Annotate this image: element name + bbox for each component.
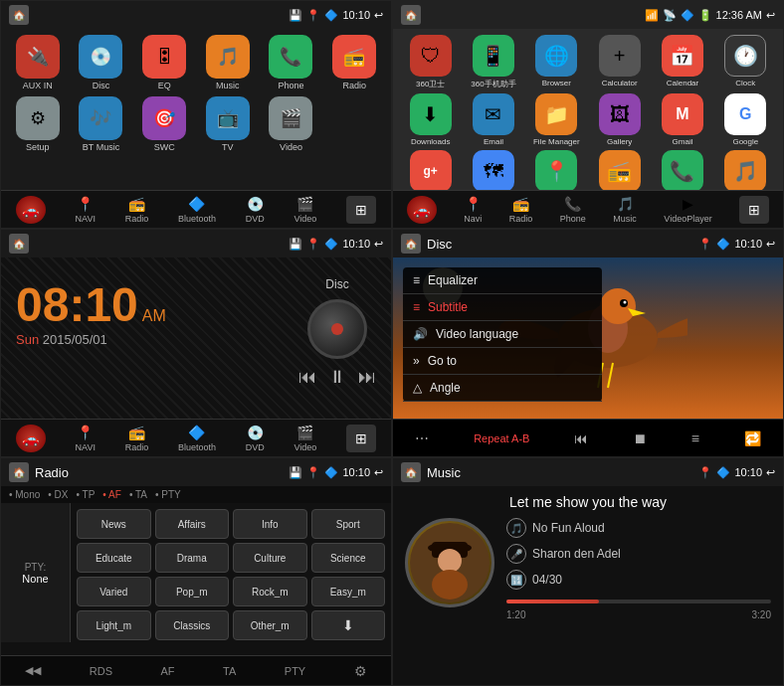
nav-bluetooth[interactable]: 🔷 Bluetooth <box>178 196 216 224</box>
app-bt-music[interactable]: 🎶 BT Music <box>73 96 130 152</box>
aux-in-icon: 🔌 <box>16 35 60 79</box>
bluetooth-icon: 🔷 <box>324 9 338 22</box>
p3-nav-video[interactable]: 🎬 Video <box>294 425 316 452</box>
ta-btn[interactable]: TA <box>223 665 236 677</box>
menu-equalizer[interactable]: ≡ Equalizer <box>403 267 602 294</box>
app-email[interactable]: ✉ Email <box>464 93 522 146</box>
app-music[interactable]: 🎵 Music <box>199 35 257 90</box>
back-icon2[interactable]: ↩ <box>766 9 775 22</box>
radio-btn-info[interactable]: Info <box>233 509 307 539</box>
android-nav-video[interactable]: ▶ VideoPlayer <box>664 196 711 224</box>
disc-repeat[interactable]: 🔁 <box>744 430 761 446</box>
home-icon6[interactable]: 🏠 <box>401 462 421 482</box>
home-icon[interactable]: 🏠 <box>9 5 29 25</box>
home-icon2[interactable]: 🏠 <box>401 5 421 25</box>
car-nav-icon2[interactable]: 🚗 <box>407 196 437 224</box>
app-browser[interactable]: 🌐 Browser <box>527 35 586 89</box>
app-setup[interactable]: ⚙ Setup <box>9 96 67 152</box>
back-icon[interactable]: ↩ <box>374 9 383 22</box>
app-clock[interactable]: 🕐 Clock <box>716 35 775 89</box>
grid-button2[interactable]: ⊞ <box>739 196 769 224</box>
p3-nav-bt[interactable]: 🔷 Bluetooth <box>178 425 216 452</box>
app-gallery[interactable]: 🖼 Gallery <box>590 93 649 146</box>
home-icon3[interactable]: 🏠 <box>9 234 29 254</box>
grid-btn3[interactable]: ⊞ <box>346 425 376 452</box>
p3-nav-navi[interactable]: 📍 NAVI <box>76 425 96 452</box>
nav-radio[interactable]: 📻 Radio <box>125 196 149 224</box>
app-google[interactable]: G Google <box>716 93 775 146</box>
app-filemanager[interactable]: 📁 File Manager <box>527 93 586 146</box>
app-tv[interactable]: 📺 TV <box>199 96 257 152</box>
clock-ampm: AM <box>142 307 166 325</box>
svg-point-11 <box>432 570 468 600</box>
menu-goto[interactable]: » Go to <box>403 348 602 375</box>
setup-label: Setup <box>26 142 50 152</box>
grid-button[interactable]: ⊞ <box>346 196 376 224</box>
menu-subtitle[interactable]: ≡ Subtitle <box>403 294 602 321</box>
car-nav-icon[interactable]: 🚗 <box>16 196 46 224</box>
radio-btn-classics[interactable]: Classics <box>155 610 230 640</box>
app-calendar[interactable]: 📅 Calendar <box>653 35 711 89</box>
disc-list[interactable]: ≡ <box>691 430 699 446</box>
app-calculator[interactable]: + Calculator <box>590 35 649 89</box>
android-nav-music[interactable]: 🎵 Music <box>613 196 637 224</box>
radio-btn-educate[interactable]: Educate <box>77 543 151 573</box>
next-button[interactable]: ⏭ <box>358 367 376 388</box>
app-disc[interactable]: 💿 Disc <box>73 35 130 90</box>
repeat-ab-label[interactable]: Repeat A-B <box>474 432 529 444</box>
radio-btn-down[interactable]: ⬇ <box>311 610 386 640</box>
radio-btn-rockm[interactable]: Rock_m <box>233 577 307 606</box>
home-icon4[interactable]: 🏠 <box>401 234 421 254</box>
radio-btn-news[interactable]: News <box>77 509 151 539</box>
radio-btn-varied[interactable]: Varied <box>77 577 151 606</box>
progress-bar <box>506 600 771 603</box>
prev-button[interactable]: ⏮ <box>298 367 316 388</box>
back4[interactable]: ↩ <box>766 238 775 251</box>
menu-video-lang[interactable]: 🔊 Video language <box>403 321 602 348</box>
radio-btn-otherm[interactable]: Other_m <box>233 610 307 640</box>
time6: 10:10 <box>734 466 762 478</box>
app-video[interactable]: 🎬 Video <box>263 96 320 152</box>
back6[interactable]: ↩ <box>766 466 775 479</box>
app-gmail[interactable]: M Gmail <box>653 93 711 146</box>
nav-dvd[interactable]: 💿 DVD <box>246 196 265 224</box>
back5[interactable]: ↩ <box>374 466 383 479</box>
app-aux-in[interactable]: 🔌 AUX IN <box>9 35 67 90</box>
menu-angle[interactable]: △ Angle <box>403 375 602 402</box>
app-radio[interactable]: 📻 Radio <box>325 35 383 90</box>
radio-btn-drama[interactable]: Drama <box>155 543 230 573</box>
android-nav-phone[interactable]: 📞 Phone <box>560 196 586 224</box>
radio-btn-affairs[interactable]: Affairs <box>155 509 230 539</box>
app-360helper[interactable]: 📱 360手机助手 <box>464 35 522 89</box>
radio-btn-science[interactable]: Science <box>311 543 386 573</box>
app-phone[interactable]: 📞 Phone <box>263 35 320 90</box>
radio-btn-easym[interactable]: Easy_m <box>311 577 386 606</box>
pty-btn[interactable]: PTY <box>285 665 305 677</box>
disc-skip-back[interactable]: ⏮ <box>574 430 588 446</box>
radio-btn-sport[interactable]: Sport <box>311 509 386 539</box>
p3-nav-radio[interactable]: 📻 Radio <box>125 425 149 452</box>
back3[interactable]: ↩ <box>374 238 383 251</box>
car-nav3[interactable]: 🚗 <box>16 425 46 452</box>
menu-icon[interactable]: ⋯ <box>415 430 429 446</box>
settings-btn[interactable]: ⚙ <box>354 663 367 679</box>
volume-icon[interactable]: ◀◀ <box>25 664 41 677</box>
android-nav-radio[interactable]: 📻 Radio <box>509 196 533 224</box>
app-swc[interactable]: 🎯 SWC <box>135 96 193 152</box>
af-btn[interactable]: AF <box>160 665 174 677</box>
app-360[interactable]: 🛡 360卫士 <box>401 35 460 89</box>
clock-date-val: 2015/05/01 <box>43 332 107 347</box>
disc-stop[interactable]: ⏹ <box>633 430 647 446</box>
p3-nav-dvd[interactable]: 💿 DVD <box>246 425 265 452</box>
radio-btn-culture[interactable]: Culture <box>233 543 307 573</box>
radio-btn-popm[interactable]: Pop_m <box>155 577 230 606</box>
app-downloads[interactable]: ⬇ Downloads <box>401 93 460 146</box>
rds-btn[interactable]: RDS <box>90 665 112 677</box>
android-nav-navi[interactable]: 📍 Navi <box>464 196 482 224</box>
nav-video[interactable]: 🎬 Video <box>294 196 316 224</box>
radio-btn-lightm[interactable]: Light_m <box>77 610 151 640</box>
app-eq[interactable]: 🎛 EQ <box>135 35 193 90</box>
play-pause-button[interactable]: ⏸ <box>328 367 346 388</box>
nav-navi[interactable]: 📍 NAVI <box>76 196 96 224</box>
home-icon5[interactable]: 🏠 <box>9 462 29 482</box>
